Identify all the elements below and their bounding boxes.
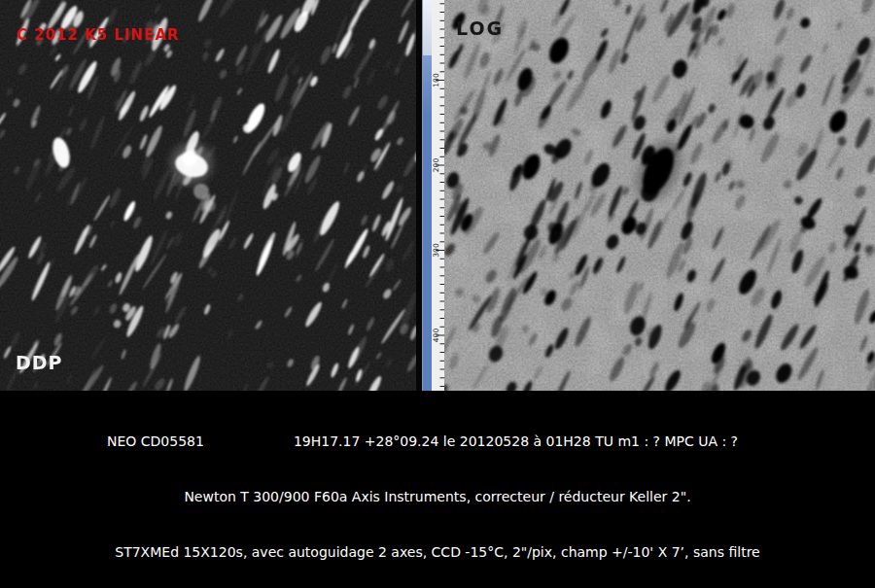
log-image-panel: LOG xyxy=(444,0,875,391)
comet-designation-label: C 2012 K5 LINEAR xyxy=(17,26,180,44)
log-label: LOG xyxy=(456,17,504,39)
svg-text:300: 300 xyxy=(432,243,440,258)
svg-text:100: 100 xyxy=(432,73,440,87)
vertical-scrollbar[interactable] xyxy=(422,0,432,391)
caption-area: NEO CD0558119H17.17 +28°09.24 le 2012052… xyxy=(0,391,875,588)
ddp-label: DDP xyxy=(16,352,62,373)
camera-line: ST7XMEd 15X120s, avec autoguidage 2 axes… xyxy=(0,543,875,562)
instrument-line: Newton T 300/900 F60a Axis Instruments, … xyxy=(0,488,875,506)
scrollbar-track[interactable] xyxy=(423,0,432,55)
coords-text: 19H17.17 +28°09.24 le 20120528 à 01H28 T… xyxy=(294,433,738,449)
svg-text:400: 400 xyxy=(432,329,440,343)
svg-text:200: 200 xyxy=(432,158,440,173)
screenshot-root: C 2012 K5 LINEAR DDP 100200300400 xyxy=(0,0,875,588)
ddp-image-panel: C 2012 K5 LINEAR DDP xyxy=(0,0,422,391)
scrollbar-thumb[interactable] xyxy=(423,55,432,391)
neo-designation: NEO CD05581 xyxy=(107,433,204,449)
vertical-ruler: 100200300400 xyxy=(432,0,445,391)
observation-header-line: NEO CD0558119H17.17 +28°09.24 le 2012052… xyxy=(0,432,875,451)
